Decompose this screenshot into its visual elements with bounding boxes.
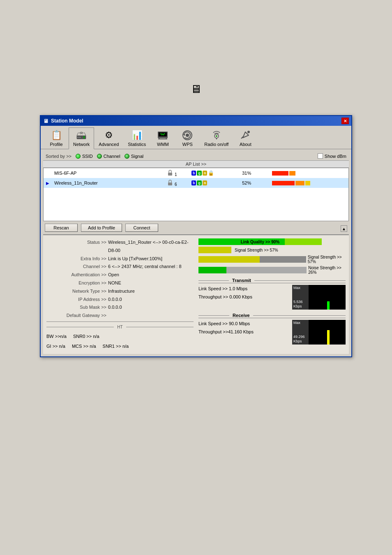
content-area: Sorted by >> SSID Channel Signal Show dB… xyxy=(41,149,351,356)
signal-percent: 31% xyxy=(240,168,270,178)
tab-about[interactable]: About xyxy=(233,127,258,149)
tx-graph-val: 5.536 Kbps xyxy=(293,300,307,309)
status-row-status: Status >> Wireless_11n_Router <--> 00-c0… xyxy=(46,238,194,255)
receive-row: Link Speed >> 90.0 Mbps Throughput >>41.… xyxy=(198,320,346,345)
ht-bw: BW >>n/a xyxy=(46,333,67,341)
close-button[interactable]: ✕ xyxy=(341,118,349,124)
ssid-indicator xyxy=(76,154,81,159)
signal-bar xyxy=(272,181,346,185)
window-icon: 🖥 xyxy=(43,118,48,124)
tx-graph-max: Max xyxy=(293,286,307,290)
tab-wps-label: WPS xyxy=(182,142,193,147)
status-info: Status >> Wireless_11n_Router <--> 00-c0… xyxy=(46,238,194,351)
svg-line-5 xyxy=(77,132,78,136)
profile-icon: 📋 xyxy=(51,130,62,141)
signal-strength-row: Signal Strength >> 57% xyxy=(198,247,346,253)
tab-wmm[interactable]: WMM xyxy=(150,127,175,149)
window-title: Station Model xyxy=(51,118,83,124)
lock-channel-icon xyxy=(167,172,175,177)
sort-channel[interactable]: Channel xyxy=(97,154,120,159)
tx-throughput: Throughput >> 0.000 Kbps xyxy=(198,293,289,301)
signal-percent: 52% xyxy=(240,178,270,188)
transmit-row: Link Speed >> 1.0 Mbps Throughput >> 0.0… xyxy=(198,285,346,310)
network-modes: b g n 🔒 xyxy=(191,170,237,176)
tab-network-label: Network xyxy=(73,142,90,147)
button-row: Rescan Add to Profile Connect ▲ xyxy=(43,221,349,234)
lock-icon: 🔒 xyxy=(208,170,214,176)
svg-line-6 xyxy=(84,132,86,136)
network-modes: b g n xyxy=(191,180,237,185)
ht-snr1: SNR1 >> n/a xyxy=(103,342,129,351)
status-row-nettype: Network Type >> Infrastructure xyxy=(46,287,194,296)
sort-bar: Sorted by >> SSID Channel Signal Show dB… xyxy=(43,152,349,161)
signal-strength-label: Signal Strength >> 57% xyxy=(233,248,278,252)
about-icon xyxy=(240,130,251,141)
advanced-icon: ⚙ xyxy=(105,130,113,141)
svg-point-17 xyxy=(247,131,250,133)
tab-wmm-label: WMM xyxy=(157,142,169,147)
toolbar: 📋 Profile Network ⚙ xyxy=(41,126,351,149)
transmit-section: Transmit Link Speed >> 1.0 Mbps Throughp… xyxy=(198,278,346,310)
ht-fields-2: GI >> n/a MCS >> n/a SNR1 >> n/a xyxy=(46,342,194,351)
rx-link-speed: Link Speed >> 90.0 Mbps xyxy=(198,320,289,328)
svg-rect-19 xyxy=(168,183,172,185)
wmm-icon xyxy=(157,130,168,141)
svg-rect-8 xyxy=(159,132,167,136)
tab-about-label: About xyxy=(240,142,251,147)
ap-list[interactable]: MIS-6F-AP 1 b xyxy=(43,168,349,221)
ht-section: HT BW >>n/a SNR0 >> n/a GI >> n/a MCS >>… xyxy=(46,321,194,351)
signal-bar xyxy=(272,171,346,176)
link-quality-label: Link Quality >> 90% xyxy=(241,240,279,244)
sort-signal[interactable]: Signal xyxy=(125,154,144,159)
add-profile-button[interactable]: Add to Profile xyxy=(81,224,122,232)
svg-point-11 xyxy=(186,134,189,137)
show-dbm-container: Show dBm xyxy=(318,153,346,159)
receive-title: Receive xyxy=(231,313,251,318)
tx-link-speed: Link Speed >> 1.0 Mbps xyxy=(198,285,289,293)
status-meters: Link Quality >> 90% Signal Strength >> 5… xyxy=(198,238,346,351)
connect-button[interactable]: Connect xyxy=(125,224,158,232)
table-row[interactable]: ▶ Wireless_11n_Router 6 xyxy=(44,178,348,188)
status-row-encryption: Encryption >> NONE xyxy=(46,279,194,287)
tab-profile[interactable]: 📋 Profile xyxy=(44,127,69,149)
table-row[interactable]: MIS-6F-AP 1 b xyxy=(44,168,348,178)
noise-strength-row: Noise Strength >> 26% xyxy=(198,266,346,275)
wps-icon xyxy=(182,130,193,141)
sort-ssid[interactable]: SSID xyxy=(76,154,93,159)
status-section: Status >> Wireless_11n_Router <--> 00-c0… xyxy=(43,234,349,354)
ht-title: HT xyxy=(117,324,122,331)
radio-icon xyxy=(211,130,222,141)
tx-graph: Max 5.536 Kbps xyxy=(292,285,346,310)
show-dbm-checkbox[interactable] xyxy=(318,153,323,159)
sort-label: Sorted by >> xyxy=(46,154,71,159)
rx-graph-max: Max xyxy=(293,321,307,325)
status-row-extrainfo: Extra Info >> Link is Up [TxPower:100%] xyxy=(46,255,194,263)
ht-fields: BW >>n/a SNR0 >> n/a xyxy=(46,333,194,341)
tab-statistics[interactable]: 📊 Statistics xyxy=(123,127,150,149)
tab-advanced-label: Advanced xyxy=(99,142,119,147)
rx-graph-val: 49.296 Kbps xyxy=(293,335,307,344)
channel-indicator xyxy=(97,154,102,159)
tab-statistics-label: Statistics xyxy=(128,142,146,147)
scroll-right-arrow[interactable]: ▲ xyxy=(341,225,347,232)
link-quality-bar: Link Quality >> 90% xyxy=(198,238,346,245)
status-row-ip: IP Address >> 0.0.0.0 xyxy=(46,296,194,304)
svg-rect-4 xyxy=(83,136,85,139)
rescan-button[interactable]: Rescan xyxy=(45,224,78,232)
tab-wps[interactable]: WPS xyxy=(175,127,200,149)
status-row-submask: Sub Mask >> 0.0.0.0 xyxy=(46,303,194,312)
tab-network[interactable]: Network xyxy=(69,127,94,149)
svg-point-16 xyxy=(216,136,217,137)
network-icon xyxy=(75,130,88,141)
rx-throughput: Throughput >>41.160 Kbps xyxy=(198,328,289,336)
statistics-icon: 📊 xyxy=(131,130,143,141)
title-bar: 🖥 Station Model ✕ xyxy=(41,116,351,126)
ap-table: MIS-6F-AP 1 b xyxy=(44,168,348,188)
tab-advanced[interactable]: ⚙ Advanced xyxy=(94,127,123,149)
tab-radio[interactable]: Radio on/off xyxy=(200,127,233,149)
ht-gi-field: GI >> n/a xyxy=(46,342,65,351)
tab-profile-label: Profile xyxy=(50,142,62,147)
svg-rect-18 xyxy=(168,173,172,176)
lock-channel-icon xyxy=(167,182,175,187)
signal-indicator xyxy=(125,154,129,159)
